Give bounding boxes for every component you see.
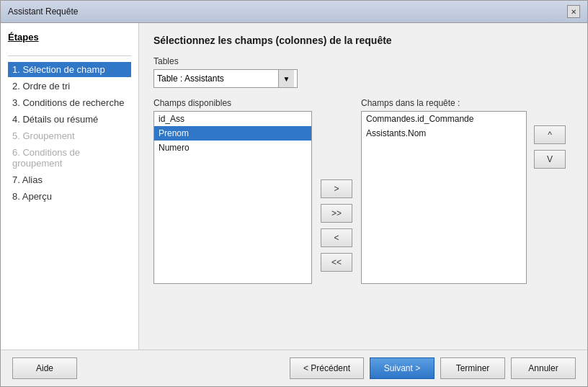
assistant-dialog: Assistant Requête ✕ Étapes 1. Sélection … [0, 0, 588, 387]
remove-one-button[interactable]: < [321, 228, 352, 247]
move-up-button[interactable]: ^ [534, 125, 566, 144]
sidebar-item-step2[interactable]: 2. Ordre de tri [8, 79, 131, 94]
bottom-left-buttons: Aide [12, 357, 77, 379]
table-select-row: Table : Assistants ▼ [153, 69, 573, 88]
available-field-item[interactable]: id_Ass [154, 112, 311, 126]
fields-area: Champs disponibles id_AssPrenomNumero > … [153, 98, 573, 338]
cancel-button[interactable]: Annuler [511, 357, 576, 379]
order-buttons-group: ^ V [527, 125, 573, 169]
dropdown-arrow-icon: ▼ [278, 70, 294, 87]
sidebar-item-step1[interactable]: 1. Sélection de champ [8, 62, 131, 77]
sidebar-item-step5: 5. Groupement [8, 128, 131, 143]
sidebar-item-step6: 6. Conditions de groupement [8, 145, 131, 171]
next-button[interactable]: Suivant > [370, 357, 435, 379]
steps-heading: Étapes [8, 32, 131, 43]
selected-field-item[interactable]: Commandes.id_Commande [362, 112, 526, 126]
section-title: Sélectionnez les champs (colonnes) de la… [153, 35, 573, 46]
add-all-button[interactable]: >> [321, 204, 352, 223]
sidebar-item-step4[interactable]: 4. Détails ou résumé [8, 112, 131, 127]
steps-separator [8, 55, 131, 56]
available-fields-label: Champs disponibles [153, 98, 312, 108]
bottom-right-buttons: < Précédent Suivant > Terminer Annuler [290, 357, 576, 379]
bottom-bar: Aide < Précédent Suivant > Terminer Annu… [1, 350, 587, 386]
selected-area: Commandes.id_CommandeAssistants.Nom ^ V [361, 111, 573, 284]
selected-fields-label: Champs dans la requête : [361, 98, 573, 108]
left-panel: Étapes 1. Sélection de champ2. Ordre de … [1, 23, 139, 350]
sidebar-item-step8[interactable]: 8. Aperçu [8, 189, 131, 204]
available-fields-col: Champs disponibles id_AssPrenomNumero [153, 98, 312, 338]
sidebar-item-step3[interactable]: 3. Conditions de recherche [8, 95, 131, 110]
available-fields-list: id_AssPrenomNumero [153, 111, 312, 284]
prev-button[interactable]: < Précédent [290, 357, 364, 379]
sidebar-item-step7[interactable]: 7. Alias [8, 172, 131, 187]
table-dropdown-value: Table : Assistants [157, 74, 278, 84]
steps-list: 1. Sélection de champ2. Ordre de tri3. C… [8, 62, 131, 205]
tables-label: Tables [153, 56, 573, 66]
selected-fields-list: Commandes.id_CommandeAssistants.Nom [361, 111, 527, 284]
add-one-button[interactable]: > [321, 179, 352, 198]
remove-all-button[interactable]: << [321, 253, 352, 272]
content-area: Étapes 1. Sélection de champ2. Ordre de … [1, 23, 587, 350]
title-bar: Assistant Requête ✕ [1, 1, 587, 23]
available-field-item[interactable]: Numero [154, 141, 311, 155]
dialog-title: Assistant Requête [8, 6, 78, 17]
move-down-button[interactable]: V [534, 150, 566, 169]
selected-field-item[interactable]: Assistants.Nom [362, 126, 526, 141]
selected-fields-col: Champs dans la requête : Commandes.id_Co… [361, 98, 573, 338]
available-field-item[interactable]: Prenom [154, 126, 311, 141]
right-panel: Sélectionnez les champs (colonnes) de la… [139, 23, 587, 350]
table-dropdown[interactable]: Table : Assistants ▼ [153, 69, 298, 88]
move-buttons-group: > >> < << [312, 112, 361, 338]
finish-button[interactable]: Terminer [440, 357, 505, 379]
help-button[interactable]: Aide [12, 357, 77, 379]
close-button[interactable]: ✕ [567, 5, 580, 18]
